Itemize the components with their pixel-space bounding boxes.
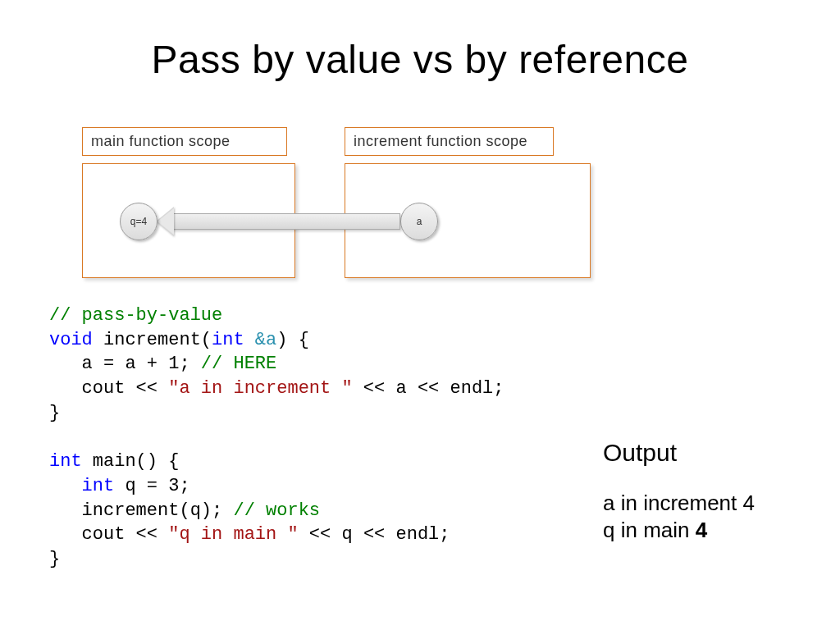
code-text: a = a + 1; [49,354,201,374]
code-comment: // HERE [201,354,276,374]
code-keyword-int: int [82,476,115,496]
output-block: Output a in increment 4 q in main 4 [603,439,755,543]
code-keyword-int: int [212,330,244,350]
code-text: increment(q); [49,500,233,521]
code-param: &a [244,330,277,350]
variable-q-circle: q=4 [120,203,158,240]
code-text: cout << [49,524,168,545]
code-comment: // pass-by-value [49,305,222,326]
output-line-1-text: a in increment [603,491,743,515]
output-line-2-value: 4 [696,518,707,542]
output-line-2: q in main 4 [603,517,755,544]
code-text: cout << [49,378,168,399]
code-text: ) { [276,330,309,350]
code-text: } [49,403,60,423]
reference-arrow-shaft [169,213,400,230]
output-line-1: a in increment 4 [603,490,755,517]
output-heading: Output [603,439,755,467]
output-line-1-value: 4 [743,491,755,515]
code-keyword-void: void [49,330,93,350]
code-comment: // works [233,500,320,521]
main-scope-label: main function scope [82,127,287,156]
output-line-2-text: q in main [603,518,696,542]
code-fn-name: increment( [93,330,212,350]
increment-scope-label: increment function scope [345,127,554,156]
code-text: main() { [82,451,180,472]
code-keyword-int: int [49,451,82,472]
code-text: << q << endl; [299,524,450,545]
code-string: "q in main " [168,524,298,545]
code-string: "a in increment " [168,378,352,399]
code-text: << a << endl; [353,378,504,399]
scope-diagram: main function scope increment function s… [82,127,607,287]
code-text: } [49,549,60,569]
code-text: q = 3; [114,476,189,496]
slide-title: Pass by value vs by reference [0,0,840,82]
code-block: // pass-by-value void increment(int &a) … [49,304,504,572]
variable-a-circle: a [400,203,438,240]
reference-arrow-head [156,207,174,236]
